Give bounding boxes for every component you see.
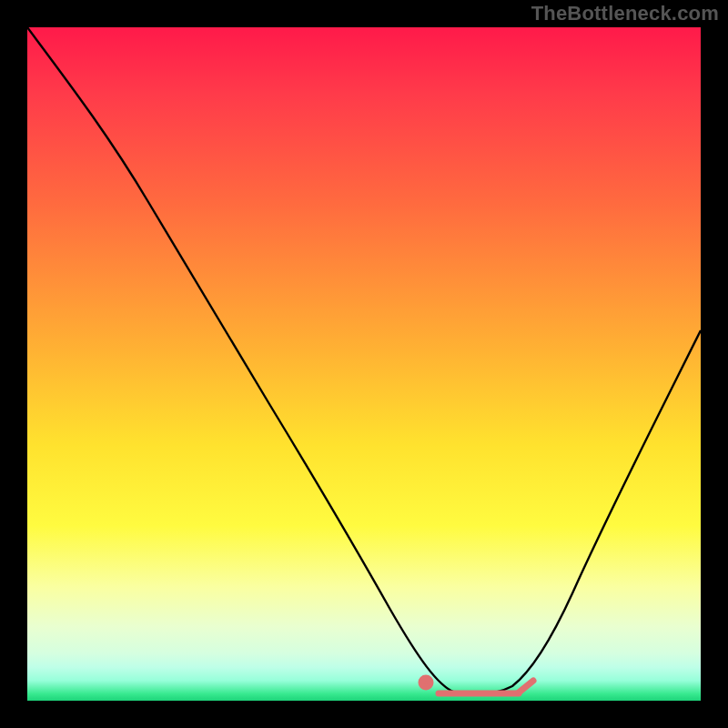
svg-line-2 (519, 681, 533, 693)
plot-area (27, 27, 701, 701)
curve-layer (27, 27, 701, 701)
watermark-text: TheBottleneck.com (531, 2, 719, 25)
chart-frame: TheBottleneck.com (0, 0, 728, 728)
bottleneck-curve (27, 27, 701, 693)
svg-point-0 (421, 678, 430, 687)
